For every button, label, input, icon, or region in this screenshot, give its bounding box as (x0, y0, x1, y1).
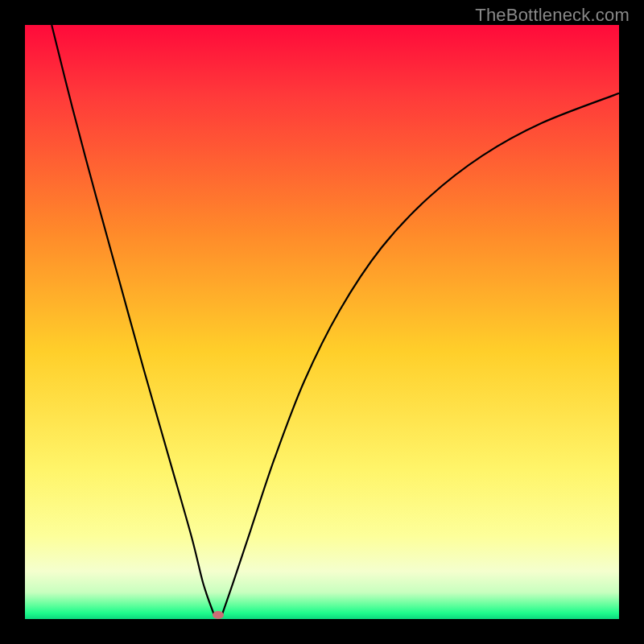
svg-rect-0 (25, 25, 619, 619)
minimum-marker (213, 611, 224, 619)
chart-frame: TheBottleneck.com (0, 0, 644, 644)
plot-area (25, 25, 619, 619)
watermark-text: TheBottleneck.com (475, 5, 630, 26)
gradient-background (25, 25, 619, 619)
